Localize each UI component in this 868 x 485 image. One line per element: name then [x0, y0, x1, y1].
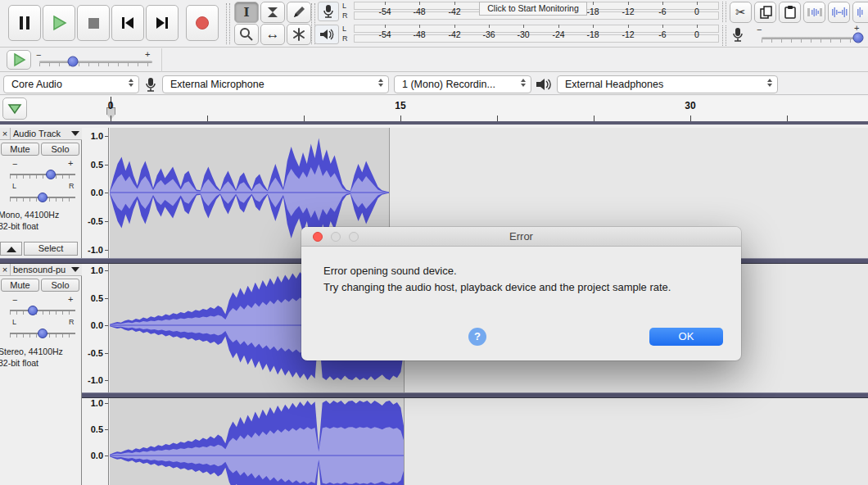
- tick-mark: [111, 116, 111, 121]
- track1-gain-thumb[interactable]: [46, 170, 56, 179]
- play-speed-slider[interactable]: [39, 55, 152, 68]
- track1-title[interactable]: Audio Track: [11, 129, 71, 138]
- start-monitoring-button[interactable]: Click to Start Monitoring: [479, 2, 587, 16]
- stop-button[interactable]: [77, 5, 110, 41]
- track2-pan-slider[interactable]: [10, 328, 75, 339]
- stereo-channel-divider[interactable]: [82, 392, 868, 398]
- record-volume-thumb[interactable]: [853, 33, 864, 43]
- envelope-tool-icon: [265, 5, 280, 20]
- record-meter-button[interactable]: [318, 2, 339, 21]
- cut-button[interactable]: ✂: [730, 2, 752, 23]
- track1-collapse-button[interactable]: [0, 242, 22, 256]
- track1-solo-button[interactable]: Solo: [41, 143, 79, 156]
- ok-button[interactable]: OK: [649, 328, 723, 346]
- tick-mark: [105, 136, 108, 137]
- skip-to-end-button[interactable]: [146, 5, 179, 41]
- track1-bitdepth-info: 32-bit float: [0, 221, 38, 231]
- track1-menu-icon[interactable]: [71, 131, 79, 136]
- skip-to-start-button[interactable]: [111, 5, 144, 41]
- magnifier-icon: [239, 27, 254, 42]
- track2-right-wave-area[interactable]: [110, 398, 868, 485]
- record-volume-slider[interactable]: [762, 31, 861, 44]
- scrub-ruler-button[interactable]: [2, 97, 27, 120]
- dialog-close-button[interactable]: [313, 232, 323, 242]
- collapse-icon: [7, 247, 16, 252]
- track1-select-button[interactable]: Select: [24, 242, 78, 256]
- microphone-icon: [322, 4, 335, 19]
- mixer-toolbar-grip[interactable]: [722, 25, 726, 46]
- scale-label: 1.0: [91, 131, 103, 141]
- track1-pan-thumb[interactable]: [38, 193, 47, 202]
- play-button[interactable]: [43, 5, 75, 41]
- zoom-tool-button[interactable]: [234, 24, 259, 45]
- recording-device-select[interactable]: External Microphone: [162, 75, 389, 93]
- envelope-tool-button[interactable]: [260, 2, 285, 23]
- edit-toolbar-grip[interactable]: [722, 2, 726, 22]
- track2-menu-icon[interactable]: [71, 267, 79, 272]
- scale-label: 0: [694, 29, 699, 39]
- scale-label: -6: [658, 7, 666, 16]
- tick-mark: [105, 456, 108, 456]
- help-button[interactable]: ?: [468, 328, 486, 346]
- selection-tool-icon: I: [243, 5, 249, 20]
- timeline-ruler[interactable]: 01530: [0, 96, 868, 125]
- dialog-minimize-button[interactable]: [331, 232, 341, 242]
- track1-format-info: Mono, 44100Hz: [0, 210, 59, 220]
- pause-icon: [20, 16, 29, 29]
- multi-tool-icon: [292, 27, 306, 42]
- track2-close-button[interactable]: ×: [0, 264, 11, 276]
- track2-solo-button[interactable]: Solo: [41, 279, 79, 292]
- audio-host-select[interactable]: Core Audio: [3, 75, 139, 93]
- chevron-updown-icon: [378, 79, 383, 87]
- track2-right-audio-clip[interactable]: [110, 398, 405, 485]
- scale-label: 0: [108, 100, 114, 111]
- track1-gain-slider[interactable]: [10, 169, 75, 180]
- error-dialog: Error Error opening sound device. Try ch…: [301, 227, 741, 360]
- track2-gain-thumb[interactable]: [28, 306, 38, 315]
- track1-close-button[interactable]: ×: [0, 128, 11, 140]
- tick-mark: [662, 25, 663, 28]
- multi-tool-button[interactable]: [287, 24, 311, 45]
- track2-pan-thumb[interactable]: [38, 329, 47, 338]
- track2-control-panel: × bensound-pu Mute Solo − + L R Stereo, …: [0, 264, 82, 485]
- transport-toolbar-grip[interactable]: [226, 3, 230, 44]
- scale-label: -0.5: [88, 348, 103, 358]
- selection-tool-button[interactable]: I: [234, 2, 259, 23]
- track1-mute-button[interactable]: Mute: [1, 143, 39, 156]
- track1-pan-slider[interactable]: [10, 192, 75, 203]
- dialog-zoom-button[interactable]: [349, 232, 359, 242]
- play-at-speed-button[interactable]: [7, 50, 31, 70]
- playback-device-select[interactable]: External Headphones: [557, 75, 778, 93]
- draw-tool-button[interactable]: [287, 2, 311, 23]
- silence-audio-button[interactable]: [828, 2, 850, 23]
- track2-mute-button[interactable]: Mute: [1, 279, 39, 292]
- trim-audio-button[interactable]: [803, 2, 825, 23]
- playback-meter[interactable]: -54-48-42-36-30-24-18-12-60: [354, 25, 719, 44]
- track2-right-vertical-ruler[interactable]: 1.00.50.0: [82, 398, 109, 485]
- timeshift-icon: ↔: [266, 26, 280, 43]
- timeshift-tool-button[interactable]: ↔: [260, 24, 285, 45]
- scale-label: -48: [413, 29, 425, 39]
- pause-button[interactable]: [8, 5, 41, 41]
- track2-gain-slider[interactable]: [10, 305, 75, 316]
- record-button[interactable]: [186, 5, 219, 41]
- tick-mark: [105, 298, 108, 299]
- speaker-icon: [319, 28, 335, 41]
- recording-channels-select[interactable]: 1 (Mono) Recordin...: [394, 75, 531, 93]
- track2-title[interactable]: bensound-pu: [11, 265, 71, 274]
- scale-label: -36: [482, 29, 495, 39]
- track2-bitdepth-info: 32-bit float: [0, 358, 38, 368]
- play-at-speed-toolbar: − +: [0, 48, 868, 72]
- record-volume-mic-icon: [731, 26, 744, 46]
- scale-label: -6: [658, 29, 666, 39]
- playback-meter-button[interactable]: [314, 25, 339, 44]
- error-dialog-titlebar[interactable]: Error: [301, 227, 741, 247]
- recording-meter[interactable]: Click to Start Monitoring -54-48-42-18-1…: [354, 2, 719, 21]
- track1-vertical-ruler[interactable]: 1.00.50.0-0.5-1.0: [82, 128, 109, 258]
- toolbar-divider: [161, 48, 162, 72]
- track2-left-vertical-ruler[interactable]: 1.00.50.0-0.5-1.0: [82, 264, 109, 392]
- copy-button[interactable]: [754, 2, 776, 23]
- play-speed-thumb[interactable]: [68, 57, 79, 67]
- paste-button[interactable]: [779, 2, 801, 23]
- undo-button[interactable]: [852, 2, 868, 23]
